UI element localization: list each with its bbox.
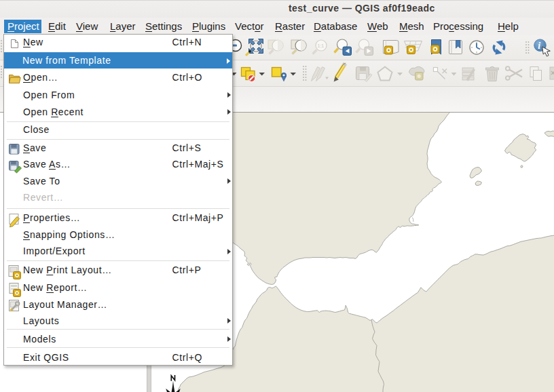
svg-text:1:1: 1:1 [318,43,325,48]
svg-text:i: i [538,41,540,51]
